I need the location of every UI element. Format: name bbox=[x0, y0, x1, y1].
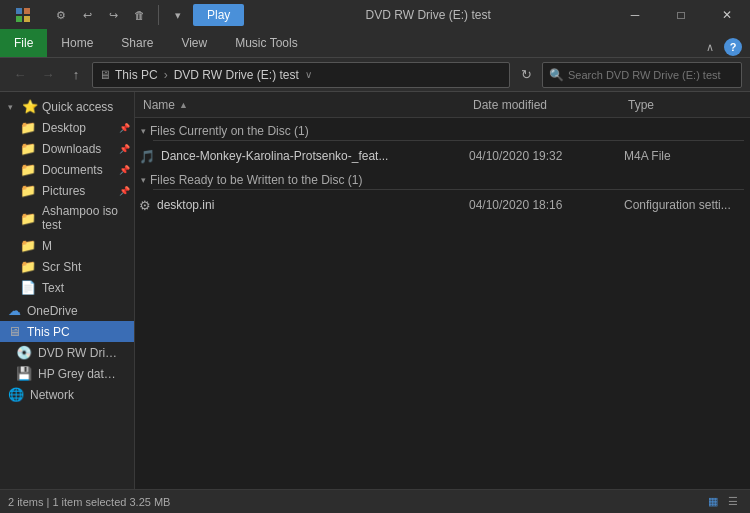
search-input[interactable] bbox=[568, 69, 735, 81]
pictures-pin-icon: 📌 bbox=[119, 186, 130, 196]
sidebar-quick-access-header[interactable]: ▾ ⭐ Quick access bbox=[0, 96, 134, 117]
ribbon-expand-area: ∧ ? bbox=[692, 37, 750, 57]
quick-access-toolbar: ⚙ ↩ ↪ 🗑 ▾ bbox=[46, 4, 193, 26]
sidebar-item-ashampoo[interactable]: 📁 Ashampoo iso test bbox=[0, 201, 134, 235]
desktop-pin-icon: 📌 bbox=[119, 123, 130, 133]
section-disc-header[interactable]: ▾ Files Currently on the Disc (1) bbox=[135, 120, 750, 140]
sidebar-item-desktop[interactable]: 📁 Desktop 📌 bbox=[0, 117, 134, 138]
col-name-header[interactable]: Name ▲ bbox=[139, 92, 469, 117]
tab-share[interactable]: Share bbox=[107, 29, 167, 57]
help-button[interactable]: ? bbox=[724, 38, 742, 56]
thispc-icon: 🖥 bbox=[8, 324, 21, 339]
onedrive-label: OneDrive bbox=[27, 304, 78, 318]
sidebar-item-documents[interactable]: 📁 Documents 📌 bbox=[0, 159, 134, 180]
breadcrumb-chevron[interactable]: ∨ bbox=[305, 69, 312, 80]
sidebar-item-dvd[interactable]: 💿 DVD RW Drive (E:) te bbox=[0, 342, 134, 363]
col-date-header[interactable]: Date modified bbox=[469, 92, 624, 117]
search-box[interactable]: 🔍 bbox=[542, 62, 742, 88]
tab-home[interactable]: Home bbox=[47, 29, 107, 57]
sidebar-item-pictures[interactable]: 📁 Pictures 📌 bbox=[0, 180, 134, 201]
breadcrumb[interactable]: 🖥 This PC › DVD RW Drive (E:) test ∨ bbox=[92, 62, 510, 88]
tab-music-tools[interactable]: Music Tools bbox=[221, 29, 311, 57]
downloads-folder-icon: 📁 bbox=[20, 141, 36, 156]
table-row[interactable]: 🎵 Dance-Monkey-Karolina-Protsenko-_feat.… bbox=[135, 143, 750, 169]
sidebar-item-onedrive[interactable]: ☁ OneDrive bbox=[0, 300, 134, 321]
title-bar: ⚙ ↩ ↪ 🗑 ▾ Play DVD RW Drive (E:) test ─ … bbox=[0, 0, 750, 30]
hpgrey-drive-icon: 💾 bbox=[16, 366, 32, 381]
sidebar-quick-access-section: ▾ ⭐ Quick access 📁 Desktop 📌 📁 Downloads… bbox=[0, 96, 134, 298]
file-name-cell-1: ⚙ desktop.ini bbox=[139, 198, 469, 213]
m4a-file-icon: 🎵 bbox=[139, 149, 155, 164]
desktop-label: Desktop bbox=[42, 121, 86, 135]
desktop-folder-icon: 📁 bbox=[20, 120, 36, 135]
table-row[interactable]: ⚙ desktop.ini 04/10/2020 18:16 Configura… bbox=[135, 192, 750, 218]
onedrive-icon: ☁ bbox=[8, 303, 21, 318]
forward-button[interactable]: → bbox=[36, 63, 60, 87]
properties-button[interactable]: ⚙ bbox=[50, 4, 72, 26]
view-icons: ▦ ☰ bbox=[704, 493, 742, 511]
ribbon-collapse-button[interactable]: ∧ bbox=[700, 37, 720, 57]
thispc-label: This PC bbox=[27, 325, 70, 339]
undo-button[interactable]: ↩ bbox=[76, 4, 98, 26]
details-view-button[interactable]: ▦ bbox=[704, 493, 722, 511]
status-bar: 2 items | 1 item selected 3.25 MB ▦ ☰ bbox=[0, 489, 750, 513]
ribbon-tabs: File Home Share View Music Tools ∧ ? bbox=[0, 30, 750, 58]
sidebar-item-network[interactable]: 🌐 Network bbox=[0, 384, 134, 405]
sidebar-item-m[interactable]: 📁 M bbox=[0, 235, 134, 256]
downloads-label: Downloads bbox=[42, 142, 101, 156]
svg-rect-2 bbox=[16, 16, 22, 22]
sidebar-item-text[interactable]: 📄 Text bbox=[0, 277, 134, 298]
ready-section-arrow: ▾ bbox=[141, 175, 146, 185]
minimize-button[interactable]: ─ bbox=[612, 0, 658, 30]
tab-view[interactable]: View bbox=[167, 29, 221, 57]
sidebar-item-downloads[interactable]: 📁 Downloads 📌 bbox=[0, 138, 134, 159]
text-file-icon: 📄 bbox=[20, 280, 36, 295]
close-button[interactable]: ✕ bbox=[704, 0, 750, 30]
window-icon bbox=[0, 7, 46, 23]
delete-button[interactable]: 🗑 bbox=[128, 4, 150, 26]
file-name-1: desktop.ini bbox=[157, 198, 214, 212]
ready-section-label: Files Ready to be Written to the Disc (1… bbox=[150, 173, 363, 187]
downloads-pin-icon: 📌 bbox=[119, 144, 130, 154]
toolbar-separator bbox=[158, 5, 159, 25]
m-folder-icon: 📁 bbox=[20, 238, 36, 253]
ribbon: File Home Share View Music Tools ∧ ? bbox=[0, 30, 750, 58]
sidebar-item-thispc[interactable]: 🖥 This PC bbox=[0, 321, 134, 342]
refresh-button[interactable]: ↻ bbox=[514, 63, 538, 87]
file-type-0: M4A File bbox=[624, 149, 750, 163]
back-button[interactable]: ← bbox=[8, 63, 32, 87]
breadcrumb-current[interactable]: DVD RW Drive (E:) test bbox=[174, 68, 299, 82]
section-ready-header[interactable]: ▾ Files Ready to be Written to the Disc … bbox=[135, 169, 750, 189]
network-label: Network bbox=[30, 388, 74, 402]
more-button[interactable]: ▾ bbox=[167, 4, 189, 26]
main-area: ▾ ⭐ Quick access 📁 Desktop 📌 📁 Downloads… bbox=[0, 92, 750, 489]
sidebar-item-hpgrey[interactable]: 💾 HP Grey dat (F:) bbox=[0, 363, 134, 384]
breadcrumb-pc-icon: 🖥 bbox=[99, 68, 111, 82]
address-bar: ← → ↑ 🖥 This PC › DVD RW Drive (E:) test… bbox=[0, 58, 750, 92]
ready-section-divider bbox=[153, 189, 744, 190]
dvd-drive-icon: 💿 bbox=[16, 345, 32, 360]
dvd-label: DVD RW Drive (E:) te bbox=[38, 346, 118, 360]
up-button[interactable]: ↑ bbox=[64, 63, 88, 87]
tab-file[interactable]: File bbox=[0, 29, 47, 57]
svg-rect-3 bbox=[24, 16, 30, 22]
disc-section-divider bbox=[153, 140, 744, 141]
col-type-header[interactable]: Type bbox=[624, 92, 750, 117]
file-date-1: 04/10/2020 18:16 bbox=[469, 198, 624, 212]
sidebar: ▾ ⭐ Quick access 📁 Desktop 📌 📁 Downloads… bbox=[0, 92, 135, 489]
redo-button[interactable]: ↪ bbox=[102, 4, 124, 26]
pictures-folder-icon: 📁 bbox=[20, 183, 36, 198]
sidebar-item-scrsht[interactable]: 📁 Scr Sht bbox=[0, 256, 134, 277]
svg-rect-1 bbox=[24, 8, 30, 14]
column-headers: Name ▲ Date modified Type Size bbox=[135, 92, 750, 118]
breadcrumb-thispc[interactable]: This PC bbox=[115, 68, 158, 82]
documents-label: Documents bbox=[42, 163, 103, 177]
file-list: ▾ Files Currently on the Disc (1) 🎵 Danc… bbox=[135, 118, 750, 489]
play-button[interactable]: Play bbox=[193, 4, 244, 26]
list-view-button[interactable]: ☰ bbox=[724, 493, 742, 511]
hpgrey-label: HP Grey dat (F:) bbox=[38, 367, 118, 381]
file-date-0: 04/10/2020 19:32 bbox=[469, 149, 624, 163]
status-text: 2 items | 1 item selected 3.25 MB bbox=[8, 496, 170, 508]
window-controls: ─ □ ✕ bbox=[612, 0, 750, 30]
maximize-button[interactable]: □ bbox=[658, 0, 704, 30]
